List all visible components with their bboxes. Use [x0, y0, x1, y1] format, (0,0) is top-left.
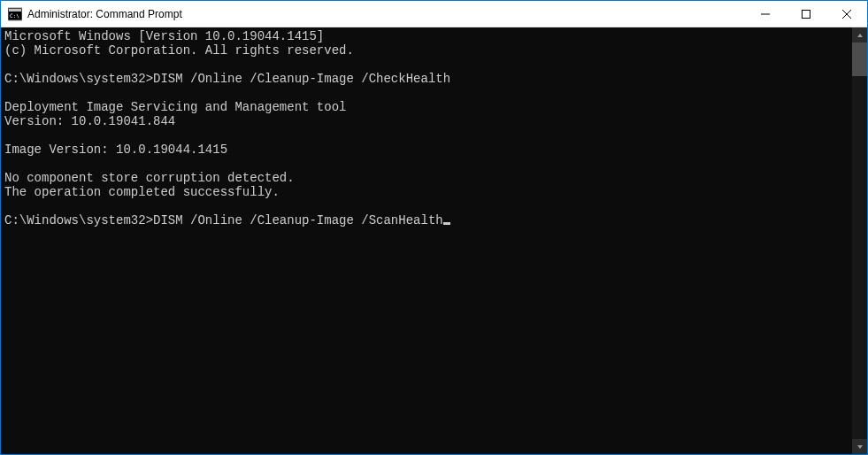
terminal-line: Deployment Image Servicing and Managemen… [4, 100, 852, 114]
titlebar[interactable]: C:\ Administrator: Command Prompt [1, 1, 867, 27]
minimize-button[interactable] [745, 1, 786, 27]
terminal-line [4, 58, 852, 72]
window-controls [745, 1, 867, 27]
svg-rect-1 [9, 9, 21, 12]
terminal-line: No component store corruption detected. [4, 171, 852, 185]
cmd-icon: C:\ [8, 7, 22, 21]
command-prompt-window: C:\ Administrator: Command Prompt Micros… [0, 0, 868, 455]
svg-rect-3 [803, 10, 810, 18]
scroll-down-arrow-icon[interactable] [852, 439, 867, 454]
text-cursor [443, 222, 450, 225]
client-area: Microsoft Windows [Version 10.0.19044.14… [1, 27, 867, 454]
terminal-line: C:\Windows\system32>DISM /Online /Cleanu… [4, 72, 852, 86]
terminal-line: (c) Microsoft Corporation. All rights re… [4, 43, 852, 58]
terminal-line [4, 86, 852, 100]
terminal-line: C:\Windows\system32>DISM /Online /Cleanu… [4, 213, 852, 228]
terminal-line [4, 157, 852, 171]
terminal-output[interactable]: Microsoft Windows [Version 10.0.19044.14… [1, 27, 852, 454]
terminal-line: Microsoft Windows [Version 10.0.19044.14… [4, 29, 852, 43]
svg-text:C:\: C:\ [10, 12, 19, 19]
maximize-button[interactable] [786, 1, 826, 27]
window-title: Administrator: Command Prompt [27, 8, 182, 20]
vertical-scrollbar[interactable] [852, 27, 867, 454]
terminal-line [4, 128, 852, 143]
close-icon [842, 10, 851, 19]
minimize-icon [761, 10, 770, 19]
terminal-line: Version: 10.0.19041.844 [4, 114, 852, 128]
scrollbar-thumb[interactable] [852, 42, 867, 76]
terminal-line: The operation completed successfully. [4, 185, 852, 199]
terminal-line [4, 199, 852, 213]
close-button[interactable] [826, 1, 867, 27]
maximize-icon [802, 10, 810, 19]
scroll-up-arrow-icon[interactable] [852, 27, 867, 42]
terminal-line: Image Version: 10.0.19044.1415 [4, 143, 852, 157]
scrollbar-track[interactable] [852, 42, 867, 439]
